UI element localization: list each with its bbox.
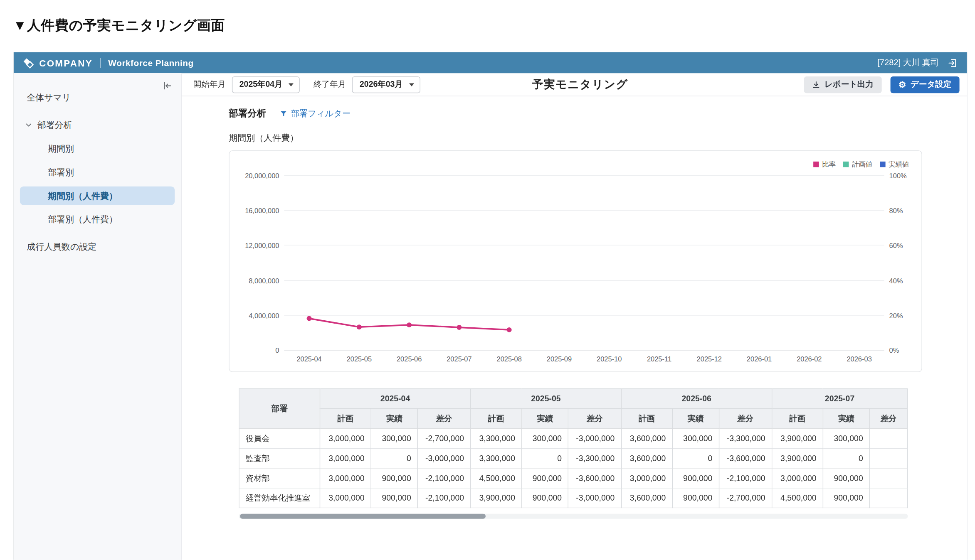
dept-name-cell: 経営効率化推進室 [239,488,320,508]
chevron-down-icon [409,83,414,86]
value-cell: 3,900,000 [471,488,522,508]
value-cell: 3,000,000 [320,448,371,468]
table-header-dept: 部署 [239,388,320,428]
value-cell: -3,000,000 [568,428,621,448]
y-axis-left-tick: 0 [275,347,279,354]
value-cell: -2,100,000 [719,468,772,488]
x-axis-label: 2025-07 [434,355,484,363]
chart-title: 期間別（人件費） [229,133,967,144]
chart-category [784,176,834,350]
value-cell: 0 [823,448,869,468]
table-header-month: 2025-05 [471,388,621,408]
legend-item[interactable]: 実績値 [880,160,909,169]
chart-category [634,176,684,350]
logout-icon[interactable] [948,57,958,68]
value-cell [869,468,907,488]
sidebar-item-overall-summary[interactable]: 全体サマリ [20,88,175,107]
download-icon [812,81,820,88]
legend-item[interactable]: 比率 [813,160,836,169]
sidebar-item-label: 部署分析 [37,115,72,134]
y-axis-right-tick: 100% [889,172,907,179]
table-row: 資材部3,000,000900,000-2,100,0004,500,00090… [239,468,908,488]
app-window: COMPANY Workforce Planning [7282] 大川 真司 [13,52,968,560]
x-axis-label: 2025-08 [484,355,534,363]
value-cell: 900,000 [823,468,869,488]
table-subheader: 実績 [823,408,869,428]
y-axis-left-tick: 16,000,000 [245,207,279,214]
table-subheader: 計画 [621,408,672,428]
value-cell: -2,700,000 [417,428,470,448]
x-axis-labels: 2025-042025-052025-062025-072025-082025-… [284,350,884,363]
report-export-label: レポート出力 [824,79,874,90]
sidebar-item-by-period-labor-cost[interactable]: 期間別（人件費） [20,187,175,205]
value-cell: 0 [522,448,568,468]
value-cell: -3,300,000 [719,428,772,448]
y-axis-right-tick: 20% [889,312,903,319]
value-cell: 300,000 [823,428,869,448]
content-area: 部署分析 部署フィルター 期間別（人件費） 比率計画値実績値 [182,96,967,560]
horizontal-scrollbar[interactable] [239,514,908,519]
data-settings-label: データ設定 [911,79,951,90]
legend-item[interactable]: 計画値 [843,160,872,169]
chart-category [334,176,384,350]
header-divider [100,58,101,68]
table-header-month: 2025-04 [320,388,470,408]
product-name: Workforce Planning [108,58,193,68]
table-row: 監査部3,000,0000-3,000,0003,300,0000-3,300,… [239,448,908,468]
dept-month-table: 部署2025-042025-052025-062025-07計画実績差分計画実績… [239,388,908,508]
x-axis-label: 2025-06 [384,355,434,363]
value-cell: -3,300,000 [568,448,621,468]
report-export-button[interactable]: レポート出力 [804,76,882,93]
labor-cost-chart: 比率計画値実績値 04,000,0008,000,00012,000,00016… [229,150,922,372]
scrollbar-thumb[interactable] [240,514,486,519]
value-cell: 3,000,000 [772,468,823,488]
sidebar-item-by-dept-labor-cost[interactable]: 部署別（人件費） [20,210,175,228]
table-subheader: 差分 [869,408,907,428]
sidebar-collapse-icon[interactable] [162,81,172,93]
value-cell: 900,000 [371,468,417,488]
chart-legend: 比率計画値実績値 [813,160,909,169]
chevron-down-icon [25,121,32,129]
chevron-down-icon [289,83,294,86]
sidebar-item-headcount-settings[interactable]: 成行人員数の設定 [20,237,175,256]
value-cell: 300,000 [371,428,417,448]
value-cell: -2,100,000 [417,468,470,488]
sidebar-item-dept-analysis[interactable]: 部署分析 [20,115,175,134]
value-cell [869,448,907,468]
x-axis-label: 2025-10 [584,355,634,363]
value-cell: 3,000,000 [320,468,371,488]
value-cell: 0 [672,448,719,468]
y-axis-left-tick: 8,000,000 [249,277,279,284]
value-cell: -3,000,000 [568,488,621,508]
sidebar-item-by-dept[interactable]: 部署別 [20,163,175,182]
chart-category [584,176,634,350]
dept-filter-label: 部署フィルター [291,108,351,119]
chart-plot-area [284,176,884,350]
value-cell: 3,900,000 [772,428,823,448]
start-month-value: 2025年04月 [239,79,283,90]
x-axis-label: 2025-12 [684,355,734,363]
value-cell [869,428,907,448]
value-cell: 900,000 [672,488,719,508]
value-cell: 900,000 [522,488,568,508]
toolbar: 開始年月 2025年04月 終了年月 2026年03月 予実モニタリング [182,73,967,96]
value-cell: 300,000 [672,428,719,448]
sidebar-item-by-period[interactable]: 期間別 [20,139,175,158]
dept-filter-link[interactable]: 部署フィルター [280,108,351,119]
screenshot-stage: ▼人件費の予実モニタリング画面 COMPANY Workforce Planni… [0,0,975,560]
end-month-select[interactable]: 2026年03月 [352,76,420,93]
data-settings-button[interactable]: ⚙ データ設定 [890,76,959,93]
gear-icon: ⚙ [898,80,906,89]
table-row: 経営効率化推進室3,000,000900,000-2,100,0003,900,… [239,488,908,508]
start-month-select[interactable]: 2025年04月 [232,76,300,93]
value-cell: -2,100,000 [417,488,470,508]
value-cell: 3,900,000 [772,448,823,468]
dept-name-cell: 役員会 [239,428,320,448]
table-subheader: 計画 [772,408,823,428]
value-cell: -3,600,000 [568,468,621,488]
screen-title: 予実モニタリング [532,77,628,92]
value-cell: 900,000 [672,468,719,488]
end-month-label: 終了年月 [313,79,346,90]
brand-name: COMPANY [39,57,93,68]
dept-name-cell: 監査部 [239,448,320,468]
